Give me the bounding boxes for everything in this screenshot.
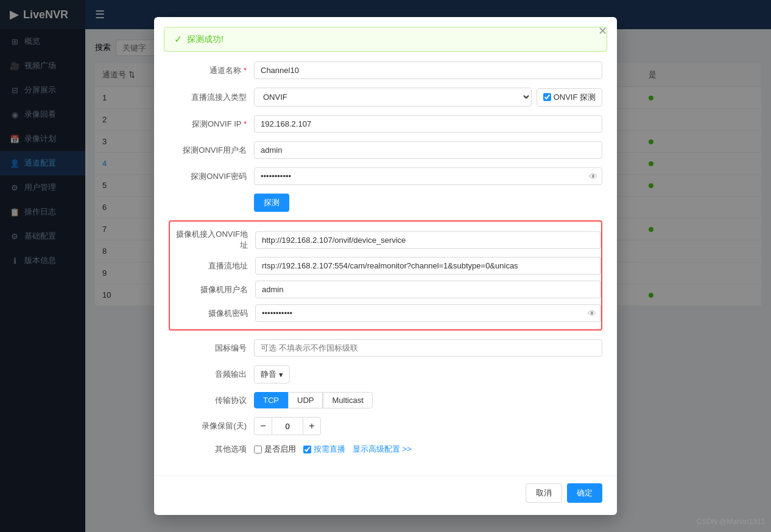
stream-type-select[interactable]: ONVIF RTSP GB28181 HTTP <box>254 88 532 107</box>
toast-icon: ✓ <box>174 33 182 45</box>
detect-pwd-label: 探测ONVIF密码 <box>169 171 254 182</box>
detect-pwd-wrap: 👁 <box>254 167 602 185</box>
advanced-config-link[interactable]: 显示高级配置 >> <box>353 444 412 455</box>
audio-output-label: 音频输出 <box>169 369 254 380</box>
camera-user-row: 摄像机用户名 <box>170 281 601 298</box>
camera-pwd-row: 摄像机密码 👁 <box>170 304 601 322</box>
transport-protocol-group: TCP UDP Multicast <box>254 392 373 408</box>
detect-user-input[interactable] <box>254 141 602 159</box>
record-days-label: 录像保留(天) <box>169 421 254 432</box>
national-code-row: 国标编号 <box>169 339 602 357</box>
stream-type-row: 直播流接入类型 ONVIF RTSP GB28181 HTTP ONVIF 探测 <box>169 88 602 107</box>
camera-user-label: 摄像机用户名 <box>170 284 255 295</box>
press-stream-label: 按需直播 <box>314 444 345 455</box>
national-code-label: 国标编号 <box>169 343 254 354</box>
camera-onvif-addr-input[interactable] <box>255 231 601 249</box>
camera-user-input[interactable] <box>255 281 601 298</box>
success-toast: ✓ 探测成功! <box>164 27 607 52</box>
stream-url-input[interactable] <box>255 257 601 275</box>
channel-name-input[interactable] <box>254 61 602 79</box>
onvif-detect-checkbox-label[interactable]: ONVIF 探测 <box>537 88 602 107</box>
modal-footer: 取消 确定 <box>154 475 617 515</box>
stream-url-row: 直播流地址 <box>170 257 601 275</box>
detect-pwd-input[interactable] <box>254 167 602 185</box>
record-days-stepper: − + <box>254 417 321 435</box>
modal-close-button[interactable]: ✕ <box>598 24 607 38</box>
proto-tcp-button[interactable]: TCP <box>254 392 288 408</box>
stream-type-select-wrap: ONVIF RTSP GB28181 HTTP ONVIF 探测 <box>254 88 602 107</box>
detect-pwd-row: 探测ONVIF密码 👁 <box>169 167 602 185</box>
onvif-detect-checkbox[interactable] <box>543 93 551 101</box>
detect-user-row: 探测ONVIF用户名 <box>169 141 602 159</box>
stream-type-label: 直播流接入类型 <box>169 92 254 103</box>
camera-pwd-eye-button[interactable]: 👁 <box>588 309 596 318</box>
proto-udp-button[interactable]: UDP <box>288 392 323 408</box>
stepper-plus-button[interactable]: + <box>303 417 321 435</box>
press-stream-checkbox-label[interactable]: 按需直播 <box>303 444 345 455</box>
detect-ip-input[interactable] <box>254 115 602 133</box>
proto-multicast-button[interactable]: Multicast <box>323 392 372 408</box>
detect-btn-row: 探测 <box>169 194 602 212</box>
detect-ip-row: 探测ONVIF IP * <box>169 115 602 133</box>
enable-label: 是否启用 <box>264 444 296 455</box>
audio-output-dropdown[interactable]: 静音 ▾ <box>254 365 290 383</box>
other-options-group: 是否启用 按需直播 显示高级配置 >> <box>254 444 412 455</box>
cancel-button[interactable]: 取消 <box>526 483 562 503</box>
camera-pwd-input[interactable] <box>255 304 601 322</box>
audio-output-row: 音频输出 静音 ▾ <box>169 365 602 383</box>
other-options-row: 其他选项 是否启用 按需直播 显示高级配置 >> <box>169 444 602 455</box>
form-body: 通道名称 * 直播流接入类型 ONVIF RTSP GB28181 HTTP <box>154 52 617 475</box>
watermark: CSDN @Marvin1311 <box>697 517 765 526</box>
camera-onvif-addr-label: 摄像机接入ONVIF地址 <box>170 229 255 251</box>
modal-overlay[interactable]: ✕ ✓ 探测成功! 通道名称 * 直播流接入类型 <box>0 0 771 532</box>
record-days-input[interactable] <box>272 417 303 435</box>
detect-pwd-eye-button[interactable]: 👁 <box>589 172 597 181</box>
confirm-button[interactable]: 确定 <box>567 483 602 503</box>
dropdown-arrow-icon: ▾ <box>279 370 283 379</box>
national-code-input[interactable] <box>254 339 602 357</box>
channel-name-row: 通道名称 * <box>169 61 602 79</box>
camera-pwd-wrap: 👁 <box>255 304 601 322</box>
camera-pwd-label: 摄像机密码 <box>170 308 255 319</box>
other-options-label: 其他选项 <box>169 444 254 455</box>
enable-checkbox[interactable] <box>254 446 262 453</box>
stepper-minus-button[interactable]: − <box>254 417 272 435</box>
toast-text: 探测成功! <box>187 34 224 45</box>
camera-onvif-addr-row: 摄像机接入ONVIF地址 <box>170 229 601 251</box>
onvif-detect-label: ONVIF 探测 <box>554 92 596 103</box>
modal-dialog: ✕ ✓ 探测成功! 通道名称 * 直播流接入类型 <box>154 17 617 515</box>
detect-ip-label: 探测ONVIF IP * <box>169 119 254 130</box>
transport-label: 传输协议 <box>169 395 254 406</box>
channel-name-label: 通道名称 * <box>169 65 254 76</box>
camera-config-section: 摄像机接入ONVIF地址 直播流地址 摄像机用户名 <box>169 220 602 331</box>
detect-user-label: 探测ONVIF用户名 <box>169 145 254 156</box>
enable-checkbox-label[interactable]: 是否启用 <box>254 444 296 455</box>
detect-button[interactable]: 探测 <box>254 194 289 212</box>
transport-row: 传输协议 TCP UDP Multicast <box>169 392 602 408</box>
press-stream-checkbox[interactable] <box>303 446 311 453</box>
record-days-row: 录像保留(天) − + <box>169 417 602 435</box>
stream-url-label: 直播流地址 <box>170 261 255 271</box>
